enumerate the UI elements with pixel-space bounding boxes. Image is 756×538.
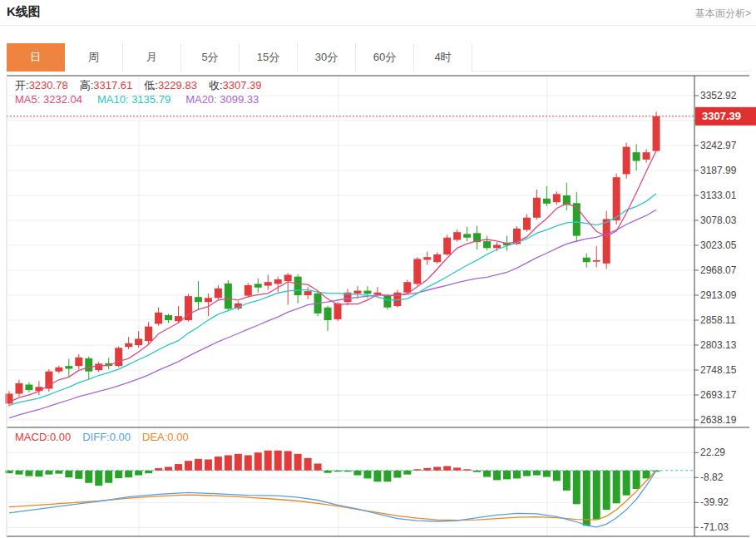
candle-body [493,244,501,248]
candle-body [115,348,122,366]
candle-body [55,368,62,372]
candle-body [453,232,461,239]
svg-text:3242.97: 3242.97 [700,140,737,151]
svg-text:3133.01: 3133.01 [700,190,737,201]
macd-bar [165,466,172,470]
price-tag: 3307.39 [695,107,756,126]
candle-body [363,291,371,294]
candle-body [65,366,72,368]
macd-bar [195,459,202,471]
ma20-value: MA20: 3099.33 [185,93,259,106]
candle-body [413,259,421,284]
svg-text:2968.07: 2968.07 [700,264,737,276]
svg-text:-71.03: -71.03 [700,521,729,533]
macd-bar [603,471,610,510]
candle-body [433,254,441,262]
svg-text:2693.17: 2693.17 [700,389,737,401]
ma-info: MA5: 3232.04 MA10: 3135.79 MA20: 3099.33 [15,93,259,106]
svg-text:-39.92: -39.92 [700,496,729,508]
ma20-line [9,210,656,417]
macd-value: MACD:0.00 [15,431,71,443]
macd-info: MACD:0.00 DIFF:0.00 DEA:0.00 [15,431,189,443]
svg-text:2913.09: 2913.09 [700,289,737,301]
close-value: 3307.39 [223,79,262,91]
macd-bar [643,471,650,479]
candle-body [403,282,411,293]
candle-body [633,152,640,160]
macd-bar [523,471,531,476]
candle-body [613,177,620,220]
macd-bar [264,451,272,471]
svg-text:-8.82: -8.82 [700,471,724,483]
high-value: 3317.61 [93,79,132,91]
macd-bar [403,471,411,475]
candle-body [623,147,630,175]
svg-text:2858.11: 2858.11 [700,314,736,326]
macd-bar [155,468,162,471]
macd-bar [324,471,332,473]
macd-bar [633,471,640,489]
candle-body [543,199,551,204]
macd-bar [25,471,32,476]
svg-text:3187.99: 3187.99 [700,165,737,176]
candle-body [284,274,292,281]
high-label: 高: [80,79,94,91]
macd-bar [413,469,421,471]
macd-bar [175,464,182,471]
candle-body [85,358,92,372]
macd-bar [254,452,262,471]
macd-bar [245,455,252,470]
ohlc-info: 开:3230.78 高:3317.61 低:3229.83 收:3307.39 [15,78,262,93]
macd-bar [15,471,22,475]
candle-body [274,279,282,284]
svg-text:3023.05: 3023.05 [700,239,737,251]
candle-body [254,284,262,287]
ma-lines [9,151,656,417]
candle-body [373,293,381,294]
candle-body [205,298,212,302]
candle-body [145,327,152,341]
macd-bar [65,471,72,477]
macd-bar [483,471,491,477]
candle-body [383,295,391,308]
candle-body [643,152,650,160]
macd-bar [105,471,112,483]
macd-bar [235,454,242,471]
candle-body [45,372,52,389]
macd-bar [433,466,441,470]
macd-bar [135,471,142,476]
candle-body [165,315,172,320]
candle-body [195,297,202,302]
candle-body [324,308,332,320]
candle-body [15,383,22,394]
svg-text:3307.39: 3307.39 [702,110,741,122]
candle-body [463,234,471,237]
ma10-line [9,194,656,405]
svg-text:3352.92: 3352.92 [700,90,737,101]
macd-bar [314,464,322,471]
macd-bar [115,471,122,478]
candle-body [593,260,600,262]
open-value: 3230.78 [29,79,68,91]
candle-body [353,291,361,294]
candle-body [225,284,232,309]
low-value: 3229.83 [158,79,197,91]
candle-body [553,194,561,202]
candle-body [304,291,312,295]
macd-axis-labels: 22.29-8.82-39.92-71.03 [694,447,729,533]
macd-bar [583,471,590,526]
candle-body [653,116,660,151]
svg-text:3078.03: 3078.03 [700,215,737,226]
diff-value: DIFF:0.00 [82,431,131,443]
candle-body [75,358,82,366]
macd-bar [553,471,561,481]
macd-bar [573,471,581,505]
macd-bar [383,471,391,482]
candle-body [583,258,590,262]
macd-bar [55,471,62,474]
kline-page: K线图 基本面分析> 日周月5分15分30分60分4时 3352.923297.… [0,0,756,538]
candle-body [423,257,431,259]
y-axis-labels: 3352.923297.943242.973187.993133.013078.… [694,90,737,426]
close-label: 收: [209,79,223,91]
macd-bar [593,471,600,520]
